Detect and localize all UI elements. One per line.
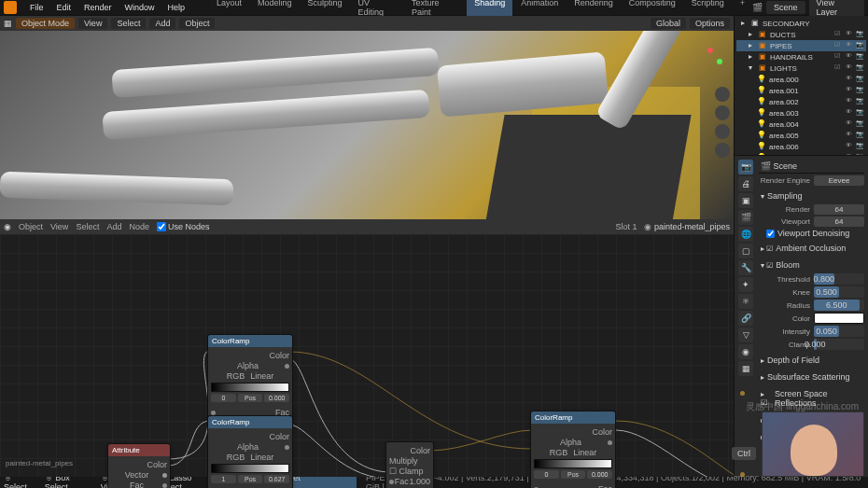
ctrl-key-badge: Ctrl [732,447,756,460]
material-name-label: painted-metal_pipes [6,459,73,467]
options-dropdown[interactable]: Options [690,18,730,29]
object-tab-icon[interactable]: ▢ [738,244,753,258]
mode-dropdown[interactable]: Object Mode [16,18,75,29]
prop-label: Color [759,314,810,323]
main-menu: File Edit Render Window Help [24,1,190,14]
prop-label: Render [759,205,810,214]
prop-label: Clamp [759,341,810,349]
blender-logo [4,1,17,14]
render-engine-label: Render Engine [759,176,810,185]
move-icon[interactable] [715,105,730,120]
vp-object[interactable]: Object [179,18,215,29]
node-title: ColorRamp [208,335,292,347]
knee-slider[interactable]: 0.500 [814,286,864,298]
viewport-editor-icon[interactable]: ▦ [4,19,12,28]
color-picker[interactable] [814,313,864,324]
clamp-slider[interactable]: 0.000 [814,339,864,350]
scene-icon: 🎬 [752,3,763,12]
menu-window[interactable]: Window [119,1,160,14]
sampling-section[interactable]: ▾ Sampling [759,189,864,202]
outliner-item[interactable]: 💡area.005👁📷 [736,130,866,141]
nh-select[interactable]: Select [76,222,99,231]
radius-slider[interactable]: 6.500 [814,300,864,311]
node-title: ColorRamp [531,411,615,424]
prop-label: Knee [759,288,810,297]
view-tab-icon[interactable]: ▣ [738,193,753,208]
render-engine-dropdown[interactable]: Eevee [814,175,864,186]
node-colorramp-3[interactable]: ColorRamp Color Alpha RGBLinear 0Pos0.00… [530,411,616,488]
sss-section[interactable]: ▸ Subsurface Scattering [759,370,864,383]
dof-section[interactable]: ▸ Depth of Field [759,354,864,367]
node-editor[interactable]: Attribute Color Vector Fac Name:Col Colo… [0,234,734,477]
scene-field[interactable]: Scene [766,1,805,14]
camera-icon[interactable] [715,124,730,139]
world-tab-icon[interactable]: 🌐 [738,227,753,242]
color-ramp-gradient[interactable] [211,383,289,392]
perspective-icon[interactable] [715,143,730,158]
nh-add[interactable]: Add [106,222,121,231]
nh-node[interactable]: Node [129,222,149,231]
physics-tab-icon[interactable]: ⚛ [738,294,753,309]
node-multiply[interactable]: Multiply Color Multiply ☐ Clamp Fac1.000… [385,441,434,488]
material-dropdown[interactable]: ◉ painted-metal_pipes [644,222,730,231]
vp-view[interactable]: View [78,18,107,29]
orientation-dropdown[interactable]: Global [651,18,686,29]
outliner-item[interactable]: 💡area.003👁📷 [736,107,866,119]
material-tab-icon[interactable]: ◉ [738,344,753,359]
outliner-collection[interactable]: ▸▣HANDRAILS☑👁📷 [736,51,866,63]
use-nodes-check[interactable]: Use Nodes [157,222,210,231]
webcam-overlay [762,411,864,477]
menu-render[interactable]: Render [78,1,118,14]
render-samples-field[interactable]: 64 [814,204,864,215]
outliner-item[interactable]: 💡area.002👁📷 [736,96,866,107]
outliner-collection[interactable]: ▸▣PIPES☑👁📷 [736,40,866,51]
prop-label: Intensity [759,328,810,336]
texture-tab-icon[interactable]: ▦ [738,361,753,376]
node-object-dropdown[interactable]: Object [19,222,43,231]
viewport-header: ▦ Object Mode View Select Add Object Glo… [0,16,734,31]
nh-view[interactable]: View [50,222,68,231]
menu-file[interactable]: File [24,1,49,14]
node-editor-icon[interactable]: ◉ [4,222,11,231]
particle-tab-icon[interactable]: ✦ [738,277,753,292]
output-tab-icon[interactable]: 🖨 [738,176,753,191]
node-title: ColorRamp [208,416,292,428]
data-tab-icon[interactable]: ▽ [738,328,753,342]
color-ramp-gradient[interactable] [534,459,612,468]
prop-label: Threshold [759,275,810,284]
navigation-gizmo[interactable] [679,38,726,85]
outliner-item[interactable]: 💡area.006👁📷 [736,141,866,152]
node-title: Attribute [108,444,170,456]
3d-viewport[interactable] [0,31,734,219]
menu-help[interactable]: Help [161,1,190,14]
scene-tab-icon[interactable]: 🎬 [738,210,753,225]
outliner-scene[interactable]: ▸▣SECONDARY [736,18,866,29]
intensity-slider[interactable]: 0.050 [814,326,864,337]
node-attribute[interactable]: Attribute Color Vector Fac Name:Col [107,443,171,488]
vp-select[interactable]: Select [111,18,146,29]
prop-label: Radius [759,301,810,310]
outliner-item[interactable]: 💡area.004👁📷 [736,119,866,130]
outliner-collection[interactable]: ▾▣LIGHTS☑👁📷 [736,63,866,74]
viewport-denoising-check[interactable]: Viewport Denoising [759,229,864,238]
modifier-tab-icon[interactable]: 🔧 [738,260,753,275]
node-colorramp-1[interactable]: ColorRamp Color Alpha RGBLinear 0Pos0.00… [207,334,293,422]
outliner[interactable]: ▸▣SECONDARY ▸▣DUCTS☑👁📷 ▸▣PIPES☑👁📷 ▸▣HAND… [735,16,868,156]
bloom-section[interactable]: ▾ ☑ Bloom [759,258,864,272]
outliner-item[interactable]: 💡area.001👁📷 [736,85,866,96]
render-tab-icon[interactable]: 📷 [738,160,753,174]
outliner-collection[interactable]: ▸▣DUCTS☑👁📷 [736,29,866,40]
node-colorramp-2[interactable]: ColorRamp Color Alpha RGBLinear 1Pos0.62… [207,415,293,488]
outliner-item[interactable]: 💡area.000👁📷 [736,74,866,85]
constraint-tab-icon[interactable]: 🔗 [738,311,753,326]
prop-label: Viewport [759,217,810,226]
viewport-samples-field[interactable]: 64 [814,216,864,227]
scene-breadcrumb: 🎬 Scene [761,161,797,171]
color-ramp-gradient[interactable] [211,464,289,473]
threshold-slider[interactable]: 0.800 [814,273,864,285]
ao-section[interactable]: ▸ ☑ Ambient Occlusion [759,242,864,255]
menu-edit[interactable]: Edit [50,1,77,14]
zoom-icon[interactable] [715,87,730,102]
vp-add[interactable]: Add [149,18,175,29]
slot-dropdown[interactable]: Slot 1 [615,222,637,231]
